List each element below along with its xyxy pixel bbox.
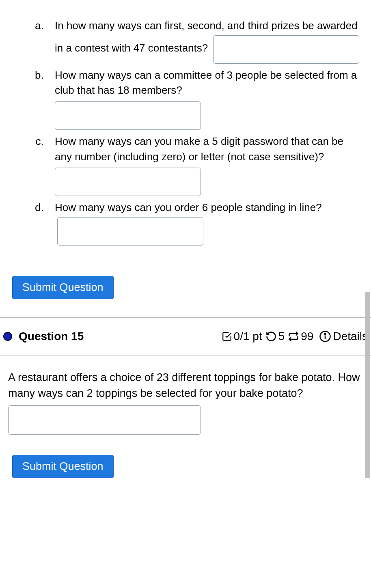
question-item-a: In how many ways can first, second, and …	[47, 18, 363, 64]
points-stat: 0/1 pt	[222, 330, 262, 343]
stats-group: 0/1 pt 5 99 Details	[222, 330, 368, 343]
tries-value: 99	[301, 330, 313, 343]
points-value: 0/1 pt	[234, 330, 262, 343]
details-label: Details	[333, 330, 368, 343]
question-item-c: How many ways can you make a 5 digit pas…	[47, 134, 363, 196]
question-item-b: How many ways can a committee of 3 peopl…	[47, 68, 363, 130]
info-icon	[319, 330, 331, 342]
question-item-d: How many ways can you order 6 people sta…	[47, 200, 363, 246]
answer-input-b[interactable]	[55, 101, 201, 130]
scrollbar-thumb[interactable]	[365, 292, 370, 478]
attempts-stat: 5	[265, 330, 285, 343]
swap-icon	[288, 331, 299, 342]
answer-input-d[interactable]	[57, 217, 203, 246]
status-dot-icon	[3, 332, 12, 341]
question-c-text: How many ways can you make a 5 digit pas…	[55, 135, 343, 163]
checkbox-icon	[222, 331, 232, 342]
question-15-text: A restaurant offers a choice of 23 diffe…	[0, 355, 371, 401]
attempts-value: 5	[278, 330, 285, 343]
answer-input-q15[interactable]	[8, 405, 201, 435]
question-list: In how many ways can first, second, and …	[8, 18, 363, 246]
tries-stat: 99	[288, 330, 313, 343]
submit-question-button[interactable]: Submit Question	[12, 276, 114, 299]
answer-input-c[interactable]	[55, 168, 201, 196]
details-link[interactable]: Details	[319, 330, 368, 343]
submit-question-button-2[interactable]: Submit Question	[12, 455, 114, 478]
svg-point-2	[325, 333, 326, 334]
answer-input-a[interactable]	[213, 35, 359, 64]
retry-icon	[265, 331, 277, 342]
scrollbar-track[interactable]	[364, 0, 371, 478]
question-b-text: How many ways can a committee of 3 peopl…	[55, 69, 357, 97]
question-d-text: How many ways can you order 6 people sta…	[55, 201, 322, 213]
question-title: Question 15	[19, 330, 84, 343]
question-header: Question 15 0/1 pt 5 99	[0, 318, 371, 355]
